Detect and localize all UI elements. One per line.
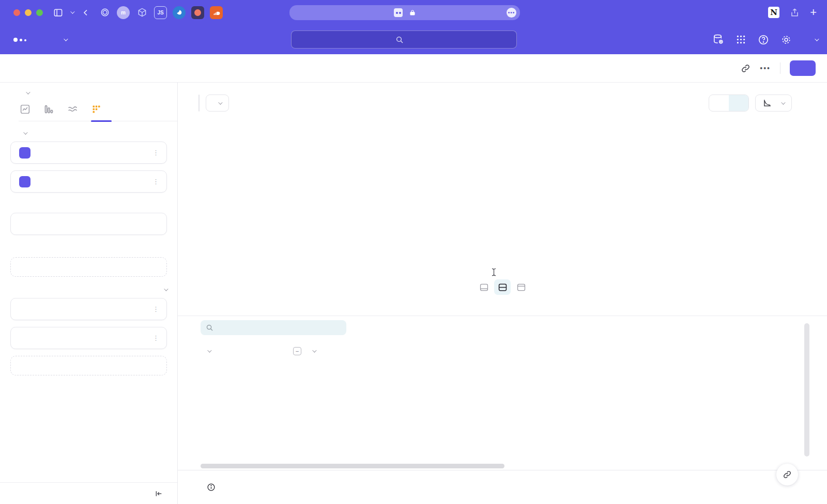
percent-toggle-button[interactable] <box>729 95 748 111</box>
chrome-dropdown-icon[interactable] <box>70 9 74 13</box>
date-range-picker <box>198 94 200 112</box>
share-link-fab[interactable] <box>776 464 798 485</box>
app-icon-ring[interactable] <box>98 6 111 19</box>
report-titlebar: ••• <box>0 54 827 83</box>
kebab-menu-icon[interactable]: ⋮ <box>152 149 159 156</box>
data-management-icon[interactable] <box>712 34 724 45</box>
layout-table-only-button[interactable] <box>513 279 529 295</box>
divider <box>780 62 780 74</box>
settings-gear-icon[interactable] <box>780 34 792 45</box>
search-icon <box>206 324 213 332</box>
url-bar[interactable]: ••• <box>289 5 520 20</box>
retention-section-header[interactable] <box>20 132 177 135</box>
analyze-uniques-row[interactable] <box>20 91 177 94</box>
breakdown-scope-select[interactable] <box>161 288 167 291</box>
breakdown-platform[interactable]: ⋮ <box>10 298 167 320</box>
report-type-tabs <box>19 103 177 121</box>
close-window-button[interactable] <box>13 9 20 16</box>
compare-button[interactable] <box>206 94 229 112</box>
search-icon <box>395 36 404 44</box>
copy-link-icon[interactable] <box>741 64 751 73</box>
step-badge <box>19 176 30 187</box>
add-filter-button[interactable] <box>10 257 167 277</box>
table-search-input[interactable] <box>201 320 346 335</box>
more-options-icon[interactable]: ••• <box>760 64 771 72</box>
lock-icon <box>409 9 416 16</box>
kebab-menu-icon[interactable]: ⋮ <box>152 305 159 313</box>
notion-extension-icon[interactable]: N <box>768 7 779 18</box>
breakdown-gender[interactable]: ⋮ <box>10 327 167 349</box>
breakdown-table-panel: – <box>178 316 827 470</box>
app-icon-soundcloud[interactable] <box>210 6 223 19</box>
value-format-toggle <box>709 94 749 112</box>
app-icon-m[interactable]: m <box>117 6 130 19</box>
project-chevron-icon <box>815 37 819 41</box>
chart-type-select[interactable] <box>755 94 792 112</box>
count-toggle-button[interactable] <box>709 95 729 111</box>
retention-line-chart[interactable] <box>198 121 794 272</box>
site-favicon <box>394 8 403 17</box>
share-icon[interactable] <box>790 8 800 18</box>
global-search-input[interactable] <box>291 30 517 49</box>
text-cursor <box>491 268 497 276</box>
apps-grid-icon[interactable] <box>736 34 746 45</box>
new-tab-icon[interactable]: + <box>810 6 817 19</box>
minimize-window-button[interactable] <box>25 9 32 16</box>
query-sidebar: ⋮ ⋮ ⋮ <box>0 83 178 504</box>
link-icon <box>783 470 792 479</box>
tab-flows[interactable] <box>66 103 79 115</box>
sidebar-toggle-icon[interactable] <box>51 6 65 19</box>
retention-criteria-card[interactable] <box>10 213 167 235</box>
app-icon-product[interactable] <box>191 6 204 19</box>
platform-column-header[interactable] <box>201 350 292 353</box>
maximize-window-button[interactable] <box>36 9 43 16</box>
retention-curve-icon <box>763 99 772 107</box>
select-all-checkbox[interactable]: – <box>293 347 301 355</box>
app-icon-box[interactable] <box>135 6 148 19</box>
retention-step-1[interactable]: ⋮ <box>10 141 167 164</box>
retention-step-2[interactable]: ⋮ <box>10 170 167 193</box>
info-icon <box>207 483 216 492</box>
table-header-row: – <box>201 343 804 359</box>
mixpanel-logo[interactable] <box>13 35 27 44</box>
tab-insights[interactable] <box>19 103 31 115</box>
save-button[interactable] <box>790 60 816 76</box>
extensions-icon[interactable]: ••• <box>507 8 516 18</box>
chart-panel <box>178 83 827 316</box>
segments-footer <box>178 470 827 504</box>
step-badge <box>19 147 30 159</box>
layout-split-button[interactable] <box>494 279 511 295</box>
collapse-sidebar-icon[interactable] <box>155 490 163 498</box>
gender-column-header[interactable]: – <box>293 347 399 355</box>
app-icon-js[interactable]: JS <box>154 6 167 19</box>
layout-toggle-group <box>178 279 827 295</box>
traffic-lights[interactable] <box>13 9 43 16</box>
browser-chrome: m JS ••• N + <box>0 0 827 25</box>
active-tab-indicator <box>91 120 112 122</box>
kebab-menu-icon[interactable]: ⋮ <box>152 178 159 185</box>
help-icon[interactable] <box>758 34 769 45</box>
nav-reports[interactable] <box>60 38 67 41</box>
add-breakdown-button[interactable] <box>10 356 167 375</box>
vertical-scrollbar[interactable] <box>804 323 809 456</box>
table-body <box>201 361 804 470</box>
kebab-menu-icon[interactable]: ⋮ <box>152 334 159 342</box>
back-icon[interactable] <box>79 6 93 19</box>
horizontal-scrollbar[interactable] <box>201 464 504 468</box>
app-navbar <box>0 25 827 54</box>
tab-retention[interactable] <box>90 103 102 115</box>
app-icon-globe[interactable] <box>173 6 186 19</box>
layout-chart-only-button[interactable] <box>476 279 492 295</box>
tab-funnels[interactable] <box>42 103 55 115</box>
